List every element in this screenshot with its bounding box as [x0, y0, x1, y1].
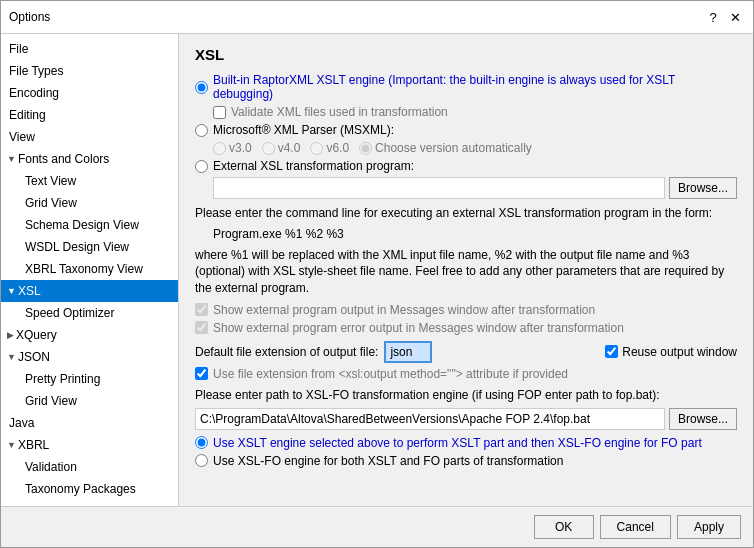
- auto-label: Choose version automatically: [375, 141, 532, 155]
- v30-radio[interactable]: [213, 142, 226, 155]
- title-bar-buttons: ? ✕: [703, 7, 745, 27]
- auto-radio[interactable]: [359, 142, 372, 155]
- external-radio[interactable]: [195, 160, 208, 173]
- sidebar-item-encoding[interactable]: Encoding: [1, 82, 178, 104]
- v60-option: v6.0: [310, 141, 349, 155]
- info-text-1-content: Please enter the command line for execut…: [195, 206, 712, 220]
- builtin-radio[interactable]: [195, 81, 208, 94]
- reuse-check: Reuse output window: [605, 345, 737, 359]
- show-output-checkbox[interactable]: [195, 303, 208, 316]
- fop-label-text: Please enter path to XSL-FO transformati…: [195, 387, 737, 404]
- close-button[interactable]: ✕: [725, 7, 745, 27]
- dialog-title: Options: [9, 10, 50, 24]
- browse-button[interactable]: Browse...: [669, 177, 737, 199]
- sidebar-item-grid-view-json[interactable]: Grid View: [1, 390, 178, 412]
- fop-label-content: Please enter path to XSL-FO transformati…: [195, 388, 660, 402]
- sidebar-label-json: JSON: [18, 348, 50, 366]
- fo-both-label: Use XSL-FO engine for both XSLT and FO p…: [213, 454, 563, 468]
- v40-radio[interactable]: [262, 142, 275, 155]
- show-error-checkbox[interactable]: [195, 321, 208, 334]
- expand-arrow-xbrl: ▼: [7, 436, 16, 454]
- default-ext-input[interactable]: [384, 341, 432, 363]
- builtin-radio-row: Built-in RaptorXML XSLT engine (Importan…: [195, 73, 737, 101]
- help-button[interactable]: ?: [703, 7, 723, 27]
- main-panel: XSL Built-in RaptorXML XSLT engine (Impo…: [179, 34, 753, 506]
- fo-both-radio-row: Use XSL-FO engine for both XSLT and FO p…: [195, 454, 737, 468]
- v30-label: v3.0: [229, 141, 252, 155]
- sidebar-item-grid-view[interactable]: Grid View: [1, 192, 178, 214]
- sidebar-label-fonts-colors: Fonts and Colors: [18, 150, 109, 168]
- external-radio-row: External XSL transformation program:: [195, 159, 737, 173]
- fo-both-radio[interactable]: [195, 454, 208, 467]
- sidebar-item-fonts-colors[interactable]: ▼ Fonts and Colors: [1, 148, 178, 170]
- sidebar-item-wsdl-design[interactable]: WSDL Design View: [1, 236, 178, 258]
- ext-program-input[interactable]: [213, 177, 665, 199]
- sidebar-item-text-view[interactable]: Text View: [1, 170, 178, 192]
- msxml-radio[interactable]: [195, 124, 208, 137]
- sidebar-item-xquery[interactable]: ▶ XQuery: [1, 324, 178, 346]
- sidebar-item-xbrl-taxonomy[interactable]: XBRL Taxonomy View: [1, 258, 178, 280]
- program-example-text: Program.exe %1 %2 %3: [213, 227, 344, 241]
- xslt-fo-radio-row: Use XSLT engine selected above to perfor…: [195, 436, 737, 450]
- sidebar: File File Types Encoding Editing View ▼ …: [1, 34, 179, 506]
- fop-path-input[interactable]: [195, 408, 665, 430]
- xslt-fo-label: Use XSLT engine selected above to perfor…: [213, 436, 702, 450]
- sidebar-item-schema-design[interactable]: Schema Design View: [1, 214, 178, 236]
- auto-option: Choose version automatically: [359, 141, 532, 155]
- sidebar-item-pretty-printing[interactable]: Pretty Printing: [1, 368, 178, 390]
- v40-label: v4.0: [278, 141, 301, 155]
- cancel-button[interactable]: Cancel: [600, 515, 671, 539]
- external-label: External XSL transformation program:: [213, 159, 414, 173]
- builtin-label: Built-in RaptorXML XSLT engine (Importan…: [213, 73, 737, 101]
- options-dialog: Options ? ✕ File File Types Encoding Edi…: [0, 0, 754, 548]
- show-error-row: Show external program error output in Me…: [195, 321, 737, 335]
- bottom-bar: OK Cancel Apply: [1, 506, 753, 547]
- use-file-ext-label: Use file extension from <xsl:output meth…: [213, 367, 568, 381]
- v40-option: v4.0: [262, 141, 301, 155]
- sidebar-item-speed-optimizer[interactable]: Speed Optimizer: [1, 302, 178, 324]
- show-output-label: Show external program output in Messages…: [213, 303, 595, 317]
- info-text-2-content: where %1 will be replaced with the XML i…: [195, 248, 724, 296]
- sidebar-item-view[interactable]: View: [1, 126, 178, 148]
- sidebar-item-taxonomy-packages[interactable]: Taxonomy Packages: [1, 478, 178, 500]
- expand-arrow-xquery: ▶: [7, 326, 14, 344]
- sidebar-label-xquery: XQuery: [16, 326, 57, 344]
- expand-arrow: ▼: [7, 150, 16, 168]
- sidebar-item-validation[interactable]: Validation: [1, 456, 178, 478]
- xslt-fo-radio[interactable]: [195, 436, 208, 449]
- sidebar-item-file-types[interactable]: File Types: [1, 60, 178, 82]
- expand-arrow-json: ▼: [7, 348, 16, 366]
- sidebar-item-java[interactable]: Java: [1, 412, 178, 434]
- version-row: v3.0 v4.0 v6.0 Choose version automatica…: [213, 141, 737, 155]
- ok-button[interactable]: OK: [534, 515, 594, 539]
- sidebar-label-xbrl: XBRL: [18, 436, 49, 454]
- reuse-label: Reuse output window: [622, 345, 737, 359]
- reuse-checkbox[interactable]: [605, 345, 618, 358]
- apply-button[interactable]: Apply: [677, 515, 741, 539]
- fop-browse-button[interactable]: Browse...: [669, 408, 737, 430]
- validate-checkbox[interactable]: [213, 106, 226, 119]
- content-area: File File Types Encoding Editing View ▼ …: [1, 34, 753, 506]
- msxml-radio-row: Microsoft® XML Parser (MSXML):: [195, 123, 737, 137]
- validate-checkbox-row: Validate XML files used in transformatio…: [213, 105, 737, 119]
- msxml-label: Microsoft® XML Parser (MSXML):: [213, 123, 394, 137]
- expand-arrow-xsl: ▼: [7, 282, 16, 300]
- sidebar-item-xsl[interactable]: ▼ XSL: [1, 280, 178, 302]
- sidebar-item-json[interactable]: ▼ JSON: [1, 346, 178, 368]
- title-bar: Options ? ✕: [1, 1, 753, 34]
- v60-radio[interactable]: [310, 142, 323, 155]
- sidebar-item-xbrl[interactable]: ▼ XBRL: [1, 434, 178, 456]
- panel-title: XSL: [195, 46, 737, 63]
- show-output-row: Show external program output in Messages…: [195, 303, 737, 317]
- program-example: Program.exe %1 %2 %3: [213, 226, 737, 243]
- sidebar-item-file[interactable]: File: [1, 38, 178, 60]
- default-ext-row: Default file extension of output file: R…: [195, 341, 737, 363]
- fop-input-row: Browse...: [195, 408, 737, 430]
- sidebar-label-xsl: XSL: [18, 282, 41, 300]
- sidebar-item-editing[interactable]: Editing: [1, 104, 178, 126]
- v60-label: v6.0: [326, 141, 349, 155]
- info-text-1: Please enter the command line for execut…: [195, 205, 737, 222]
- validate-label: Validate XML files used in transformatio…: [231, 105, 448, 119]
- use-file-ext-checkbox[interactable]: [195, 367, 208, 380]
- v30-option: v3.0: [213, 141, 252, 155]
